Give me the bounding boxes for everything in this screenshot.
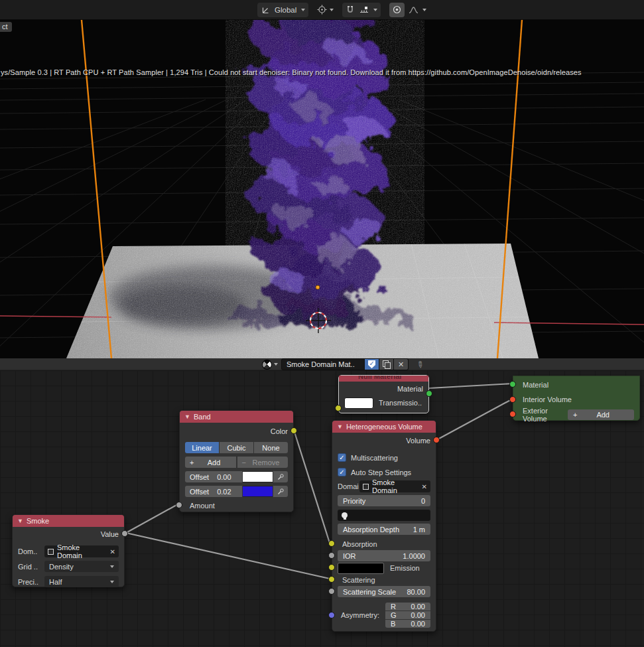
volume-output-row: Volume [338, 435, 430, 446]
offset1-color-swatch[interactable] [243, 471, 273, 482]
falloff-curve-icon[interactable] [409, 5, 419, 15]
offset1-field[interactable]: Offset 0.00 [185, 471, 242, 482]
orientation-label: Global [273, 6, 298, 14]
node-smoke-header[interactable]: ▼ Smoke [13, 515, 124, 527]
asymmetry-b-field[interactable]: B0.00 [385, 620, 430, 628]
socket-ior-input[interactable] [328, 552, 335, 559]
eyedropper-button[interactable] [273, 486, 288, 497]
socket-value-output[interactable] [121, 530, 128, 537]
ramp-add-button[interactable]: + Add [185, 457, 236, 468]
emission-color-swatch[interactable] [338, 563, 384, 574]
offset-row-1: Offset 0.00 [185, 471, 288, 482]
material-output-row: Material [344, 383, 423, 394]
interp-cubic-button[interactable]: Cubic [220, 442, 253, 453]
new-material-button[interactable] [379, 358, 394, 370]
blender-window: Global [0, 0, 644, 647]
offset2-color-swatch[interactable] [243, 486, 273, 497]
auto-step-checkbox[interactable]: ✓ [338, 468, 346, 476]
fake-user-button[interactable]: ✓ [365, 358, 379, 370]
node-null-material[interactable]: Null Material Material Transmissio.. [338, 375, 429, 413]
socket-asymmetry-input[interactable] [328, 612, 335, 618]
material-name-field[interactable]: Smoke Domain Mat.. [281, 358, 365, 370]
grid-type-dropdown[interactable]: Density [44, 561, 119, 572]
mesh-data-icon [48, 549, 54, 555]
interp-none-button[interactable]: None [254, 442, 288, 453]
orientation-axes-icon [261, 5, 270, 15]
snap-target-icon[interactable] [359, 5, 369, 15]
clear-object-icon[interactable]: ✕ [422, 483, 427, 490]
socket-transmission-input[interactable] [335, 405, 342, 411]
priority-slider[interactable]: Priority 0 [338, 495, 430, 506]
offset-row-2: Offset 0.02 [185, 486, 288, 497]
auto-step-row: ✓ Auto Step Settings [338, 467, 430, 478]
domain-object-field[interactable]: Smoke Domain ✕ [359, 480, 430, 492]
ior-slider[interactable]: IOR 1.0000 [338, 550, 430, 561]
exterior-add-button[interactable]: + Add [568, 409, 634, 420]
multiscattering-checkbox[interactable]: ✓ [338, 453, 346, 462]
socket-scattering-input[interactable] [328, 576, 335, 583]
node-editor-header: Smoke Domain Mat.. ✓ ✕ ✎ [0, 358, 644, 370]
socket-exterior-volume-input[interactable] [509, 411, 516, 417]
chevron-down-icon [274, 363, 278, 366]
material-sphere-icon [260, 357, 274, 371]
smoke-domain-object-field[interactable]: Smoke Domain ✕ [44, 545, 119, 557]
collapse-triangle-icon[interactable]: ▼ [184, 413, 190, 420]
proportional-edit-group [386, 3, 430, 17]
transform-orientation-dropdown[interactable]: Global [257, 3, 308, 17]
absorption-input-row: Absorption [338, 538, 430, 549]
socket-interior-volume-input[interactable] [509, 396, 516, 403]
node-band[interactable]: ▼ Band Color Linear Cubic None + Add − R… [179, 410, 294, 512]
collapse-triangle-icon[interactable]: ▼ [337, 423, 343, 430]
link-material-to-output [429, 384, 513, 388]
offset2-field[interactable]: Offset 0.02 [185, 486, 242, 497]
ior-row: IOR 1.0000 [338, 550, 430, 561]
shield-icon: ✓ [368, 360, 375, 368]
scattering-scale-slider[interactable]: Scattering Scale 80.00 [338, 586, 430, 597]
node-smoke[interactable]: ▼ Smoke Value Dom.. Smoke Domain ✕ Grid … [12, 514, 125, 587]
node-null-material-header[interactable]: Null Material [339, 376, 428, 382]
socket-absorption-input[interactable] [328, 540, 335, 547]
clear-object-icon[interactable]: ✕ [110, 548, 115, 555]
proportional-edit-toggle[interactable] [389, 3, 405, 17]
socket-emission-input[interactable] [328, 564, 335, 571]
snapping-group [342, 3, 381, 17]
object-origin-dot [316, 285, 320, 289]
shader-node-editor[interactable]: Null Material Material Transmissio.. Mat… [0, 370, 644, 647]
absorption-depth-slider[interactable]: Absorption Depth 1 m [338, 524, 430, 535]
asymmetry-g-field[interactable]: G0.00 [385, 611, 430, 619]
transmission-color-swatch[interactable] [344, 397, 373, 409]
socket-amount-input[interactable] [176, 502, 182, 508]
pivot-point-dropdown[interactable] [314, 3, 337, 17]
asymmetry-r-field[interactable]: R0.00 [385, 603, 430, 611]
node-band-header[interactable]: ▼ Band [180, 411, 293, 423]
plus-icon: + [190, 459, 194, 467]
pin-icon[interactable]: ✎ [414, 358, 426, 371]
precision-dropdown[interactable]: Half [44, 576, 119, 587]
unlink-material-button[interactable]: ✕ [394, 358, 409, 370]
chevron-down-icon [330, 9, 334, 11]
lightgroup-field[interactable] [338, 510, 430, 521]
link-color-to-absorption [294, 430, 330, 543]
ramp-remove-button[interactable]: − Remove [237, 457, 289, 468]
multiscattering-row: ✓ Multiscattering [338, 452, 430, 463]
socket-material-output[interactable] [426, 390, 432, 397]
socket-volume-output[interactable] [433, 437, 440, 443]
collapse-triangle-icon[interactable]: ▼ [17, 518, 23, 524]
exterior-volume-row: Exterior Volume + Add [519, 409, 634, 420]
viewport-overlay-label: ct [0, 22, 12, 32]
socket-scattering-scale-input[interactable] [328, 588, 335, 595]
socket-color-output[interactable] [290, 427, 297, 434]
node-heterogeneous-volume[interactable]: ▼ Heterogeneous Volume Volume ✓ Multisca… [332, 420, 436, 632]
amount-input-row: Amount [185, 500, 288, 511]
interp-linear-button[interactable]: Linear [185, 442, 219, 453]
eyedropper-button[interactable] [273, 471, 288, 482]
socket-output-material-input[interactable] [509, 381, 516, 388]
magnet-icon[interactable] [346, 5, 355, 15]
3d-viewport[interactable]: ct ys/Sample 0.3 | RT Path CPU + RT Path… [0, 20, 644, 358]
material-browse-button[interactable] [260, 358, 280, 371]
asymmetry-row: Asymmetry: R0.00 G0.00 B0.00 [338, 598, 430, 632]
domain-row: Domai Smoke Domain ✕ [338, 480, 430, 492]
node-material-output[interactable]: Material Interior Volume Exterior Volume… [513, 376, 640, 421]
transmission-row: Transmissio.. [344, 397, 423, 409]
node-het-header[interactable]: ▼ Heterogeneous Volume [332, 421, 436, 433]
